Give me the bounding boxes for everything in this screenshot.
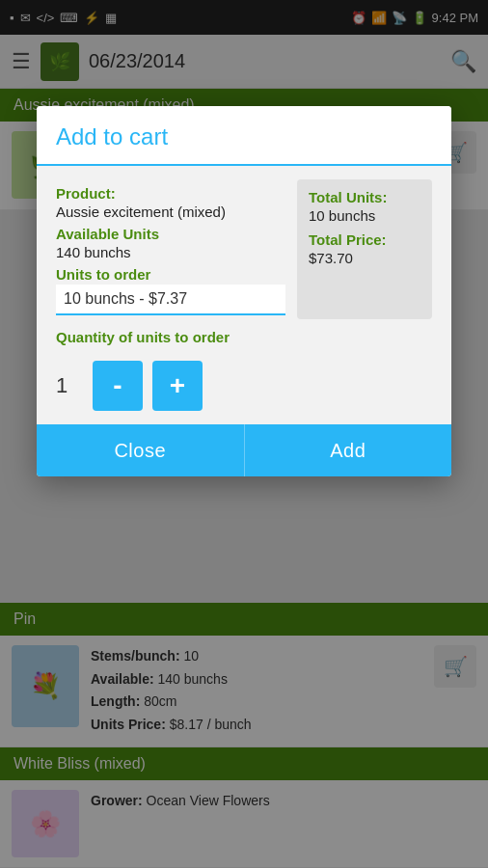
product-field-label: Product: [56, 185, 285, 202]
total-price-value: $73.70 [309, 250, 420, 266]
total-units-value: 10 bunchs [309, 207, 420, 224]
dialog-body: Product: Aussie excitement (mixed) Avail… [37, 166, 451, 345]
dialog-title: Add to cart [56, 123, 432, 150]
available-units-value: 140 bunchs [56, 244, 285, 260]
quantity-section-label: Quantity of units to order [56, 329, 432, 345]
quantity-row: 1 - + [37, 347, 451, 411]
decrement-button[interactable]: - [93, 361, 143, 411]
add-to-cart-dialog: Add to cart Product: Aussie excitement (… [37, 106, 451, 476]
dialog-left-col: Product: Aussie excitement (mixed) Avail… [56, 179, 285, 319]
units-to-order-input[interactable] [56, 285, 285, 315]
dialog-main-row: Product: Aussie excitement (mixed) Avail… [56, 179, 432, 319]
available-units-label: Available Units [56, 226, 285, 242]
product-field-value: Aussie excitement (mixed) [56, 203, 285, 220]
dialog-overlay: Add to cart Product: Aussie excitement (… [0, 0, 488, 868]
total-price-label: Total Price: [309, 231, 420, 248]
dialog-header: Add to cart [37, 106, 451, 166]
close-button[interactable]: Close [37, 424, 245, 476]
increment-button[interactable]: + [152, 361, 203, 411]
dialog-right-col: Total Units: 10 bunchs Total Price: $73.… [297, 179, 432, 319]
add-button[interactable]: Add [245, 424, 452, 476]
units-to-order-label: Units to order [56, 266, 285, 283]
total-units-label: Total Units: [309, 189, 420, 205]
dialog-actions: Close Add [37, 424, 451, 476]
quantity-display: 1 [56, 373, 83, 398]
